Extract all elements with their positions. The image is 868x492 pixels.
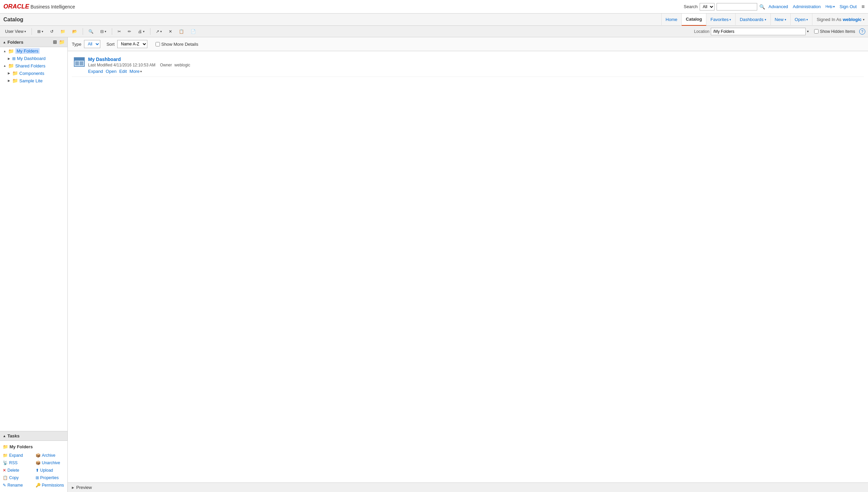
preview-bar[interactable]: ▶ Preview	[68, 483, 868, 492]
organize-button[interactable]: ⊞ ▾	[35, 28, 46, 35]
print-button[interactable]: 🖨 ▾	[136, 28, 147, 35]
item-expand-link[interactable]: Expand	[88, 69, 103, 74]
show-more-details[interactable]: Show More Details	[156, 42, 198, 47]
signed-in-dropdown-arrow[interactable]: ▾	[863, 18, 865, 21]
task-expand[interactable]: 📁 Expand	[3, 452, 32, 459]
open-folder-button[interactable]: 📂	[70, 28, 80, 35]
nav-open[interactable]: Open ▾	[791, 14, 813, 26]
search-area: Search All 🔍	[684, 3, 765, 11]
copy-button[interactable]: 📋	[177, 28, 186, 35]
new-folder-tree-icon[interactable]: 📁	[59, 39, 65, 45]
user-view-button[interactable]: User View ▾	[3, 28, 28, 35]
nav-catalog[interactable]: Catalog	[682, 14, 706, 26]
content-area: Type All Sort Name A-Z Show More Details	[68, 37, 868, 492]
item-title-my-dashboard[interactable]: My Dashboard	[88, 57, 862, 62]
item-more-dropdown[interactable]: More ▾	[129, 69, 142, 74]
nav-favorites[interactable]: Favorites ▾	[706, 14, 736, 26]
task-rename[interactable]: ✎ Rename	[3, 482, 32, 489]
tasks-header[interactable]: ▲ Tasks	[0, 431, 67, 441]
tasks-section: ▲ Tasks 📁 My Folders 📁 Expand 📦 Archive	[0, 431, 67, 492]
menu-icon[interactable]: ≡	[862, 4, 865, 10]
user-view-label: User View	[5, 29, 23, 34]
item-edit-link[interactable]: Edit	[119, 69, 127, 74]
item-more-link[interactable]: More	[129, 69, 140, 74]
view-button[interactable]: ⊟ ▾	[98, 28, 109, 35]
edit-button[interactable]: ✏	[125, 28, 133, 35]
nav-home[interactable]: Home	[661, 14, 682, 26]
my-dashboard-icon: ⊞	[12, 56, 16, 61]
task-upload[interactable]: ⬆ Upload	[36, 467, 65, 474]
search-input[interactable]	[717, 3, 757, 11]
nav-dashboards[interactable]: Dashboards ▾	[736, 14, 770, 26]
my-dashboard-toggle[interactable]: ▶	[7, 57, 11, 60]
item-open-link[interactable]: Open	[106, 69, 117, 74]
export-icon: ↗	[156, 29, 159, 34]
my-folders-icon: 📁	[8, 48, 14, 54]
folders-collapse-icon[interactable]: ▲	[3, 40, 6, 44]
paste-button[interactable]: 📄	[188, 28, 198, 35]
components-toggle[interactable]: ▶	[7, 71, 11, 75]
filter-bar: Type All Sort Name A-Z Show More Details	[68, 37, 868, 51]
preview-toggle-icon[interactable]: ▶	[72, 486, 74, 489]
type-select[interactable]: All	[84, 40, 100, 48]
search-button[interactable]: 🔍	[86, 28, 96, 35]
shared-folders-toggle[interactable]: ▲	[3, 64, 7, 67]
help-toolbar-icon[interactable]: ?	[859, 28, 865, 35]
tree-sample-lite[interactable]: ▶ 📁 Sample Lite	[0, 77, 67, 84]
shared-folders-label[interactable]: Shared Folders	[15, 63, 45, 68]
task-delete[interactable]: ✕ Delete	[3, 467, 32, 474]
shared-folders-icon: 📁	[8, 63, 14, 68]
signed-in-user[interactable]: weblogic	[843, 17, 862, 22]
cut-button[interactable]: ✂	[115, 28, 123, 35]
tree-my-dashboard[interactable]: ▶ ⊞ My Dashboard	[0, 55, 67, 62]
my-folders-label[interactable]: My Folders	[15, 48, 40, 54]
task-permissions[interactable]: 🔑 Permissions	[36, 482, 65, 489]
sample-lite-label[interactable]: Sample Lite	[19, 78, 43, 83]
task-copy[interactable]: 📋 Copy	[3, 474, 32, 481]
rss-task-label: RSS	[9, 460, 18, 465]
location-label: Location	[694, 29, 709, 34]
search-icon[interactable]: 🔍	[759, 4, 765, 9]
components-label[interactable]: Components	[19, 71, 44, 76]
copy-icon: 📋	[179, 29, 184, 34]
sidebar-collapse-handle[interactable]: ◀	[67, 258, 68, 271]
refresh-icon: ↺	[50, 29, 54, 34]
nav-new[interactable]: New ▾	[771, 14, 791, 26]
location-dropdown-arrow[interactable]: ▾	[807, 29, 809, 33]
sample-lite-toggle[interactable]: ▶	[7, 79, 11, 82]
toolbar-separator-2	[83, 28, 83, 35]
signout-link[interactable]: Sign Out	[840, 4, 857, 9]
sort-select[interactable]: Name A-Z	[117, 40, 147, 48]
show-hidden-checkbox[interactable]	[814, 29, 819, 34]
help-link[interactable]: Help ▾	[825, 5, 835, 8]
sort-label: Sort	[106, 42, 115, 47]
task-rss[interactable]: 📡 RSS	[3, 459, 32, 466]
toolbar-separator-4	[150, 28, 150, 35]
new-folder-button[interactable]: 📁	[58, 28, 68, 35]
tree-components[interactable]: ▶ 📁 Components	[0, 69, 67, 77]
location-path-input[interactable]	[711, 28, 806, 35]
advanced-link[interactable]: Advanced	[768, 4, 788, 9]
expand-tree-icon[interactable]: ⊞	[53, 39, 57, 45]
task-unarchive[interactable]: 📦 Unarchive	[36, 459, 65, 466]
search-type-select[interactable]: All	[700, 3, 715, 11]
open-folder-icon: 📂	[72, 29, 77, 34]
tree-my-folders[interactable]: ▲ 📁 My Folders	[0, 47, 67, 55]
my-dashboard-label[interactable]: My Dashboard	[17, 56, 46, 61]
show-more-details-checkbox[interactable]	[156, 42, 160, 46]
administration-link[interactable]: Administration	[793, 4, 821, 9]
catalog-item-my-dashboard: My Dashboard Last Modified 4/11/2016 12:…	[72, 54, 864, 77]
refresh-button[interactable]: ↺	[48, 28, 56, 35]
tree-shared-folders[interactable]: ▲ 📁 Shared Folders	[0, 62, 67, 69]
delete-button[interactable]: ✕	[166, 28, 174, 35]
my-folders-toggle[interactable]: ▲	[3, 49, 7, 53]
task-properties[interactable]: ⊞ Properties	[36, 474, 65, 481]
copy-task-icon: 📋	[3, 475, 8, 480]
rename-task-label: Rename	[7, 483, 23, 488]
show-hidden-area: Show Hidden Items	[814, 29, 855, 34]
show-more-details-label: Show More Details	[161, 42, 198, 47]
export-button[interactable]: ↗ ▾	[153, 28, 164, 35]
task-archive[interactable]: 📦 Archive	[36, 452, 65, 459]
item-more-arrow: ▾	[140, 70, 142, 73]
delete-icon: ✕	[169, 29, 172, 34]
